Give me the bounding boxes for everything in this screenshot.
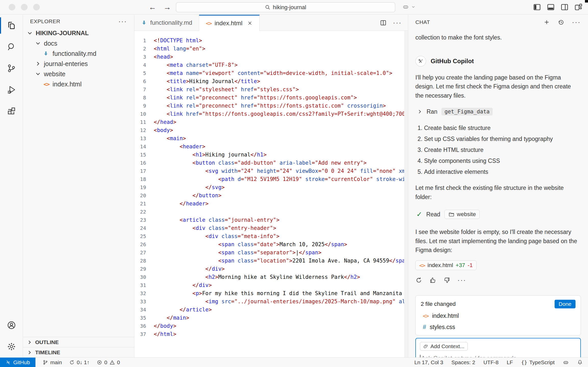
problems-indicator[interactable]: 0 0: [97, 359, 120, 365]
code-line[interactable]: 2<html lang="en">: [134, 45, 408, 53]
code-line[interactable]: 3<head>: [134, 53, 408, 61]
code-line[interactable]: 8 <link rel="preconnect" href="https://f…: [134, 94, 408, 102]
toggle-panel-icon[interactable]: [547, 3, 555, 11]
branch-indicator[interactable]: main: [43, 359, 62, 365]
code-line[interactable]: 27 <span class="separator">|</span>: [134, 248, 408, 257]
sync-indicator[interactable]: 0↓ 1↑: [69, 359, 90, 365]
code-line[interactable]: 4 <meta charset="UTF-8">: [134, 61, 408, 69]
code-line[interactable]: 35 </main>: [134, 314, 408, 322]
cursor-position[interactable]: Ln 17, Col 3: [414, 359, 443, 365]
code-line[interactable]: 26 <span class="date">March 10, 2025</sp…: [134, 240, 408, 248]
close-tab-icon[interactable]: [247, 20, 253, 26]
new-chat-icon[interactable]: [543, 19, 550, 25]
activity-explorer[interactable]: [0, 15, 23, 36]
forward-icon[interactable]: →: [163, 3, 171, 11]
minimize-window-button[interactable]: [21, 4, 28, 10]
code-line[interactable]: 11</head>: [134, 118, 408, 126]
code-line[interactable]: 24 <div class="entry-header">: [134, 224, 408, 232]
tree-item-index-html[interactable]: <>index.html: [23, 79, 134, 89]
done-button[interactable]: Done: [555, 300, 576, 308]
outline-section[interactable]: OUTLINE: [23, 337, 134, 347]
code-line[interactable]: 12<body>: [134, 126, 408, 134]
timeline-section[interactable]: TIMELINE: [23, 347, 134, 357]
toggle-primary-sidebar-icon[interactable]: [533, 3, 541, 11]
changed-file-chip[interactable]: <> index.html +37 -1: [415, 260, 477, 270]
code-line[interactable]: 33 <img src="../journal-enteries/images/…: [134, 297, 408, 306]
zoom-window-button[interactable]: [33, 4, 40, 10]
code-line[interactable]: 10 <link href="https://fonts.googleapis.…: [134, 110, 408, 118]
tab-functionality-md[interactable]: functionality.md: [134, 15, 199, 31]
chat-scroll-area[interactable]: collection to make the font styles. GitH…: [408, 30, 588, 357]
notifications-bell[interactable]: [577, 359, 583, 365]
tool-run-row[interactable]: Ran get_Figma_data: [415, 108, 581, 115]
code-line[interactable]: 16 <button class="add-button" aria-label…: [134, 159, 408, 167]
code-line[interactable]: 17 <svg width="24" height="24" viewBox="…: [134, 167, 408, 175]
tree-item-functionality-md[interactable]: functionality.md: [23, 48, 134, 59]
code-line[interactable]: 19 </svg>: [134, 183, 408, 191]
chat-input-box[interactable]: Add Context... Ask Copilot or type / for…: [415, 338, 581, 357]
settings-button[interactable]: [0, 336, 23, 357]
code-line[interactable]: 22: [134, 208, 408, 216]
activity-source-control[interactable]: [0, 58, 23, 79]
customize-layout-icon[interactable]: [574, 3, 582, 11]
code-line[interactable]: 21 </header>: [134, 200, 408, 208]
code-line[interactable]: 15 <h1>Hiking journal</h1>: [134, 151, 408, 159]
code-line[interactable]: 28 <span class="location">2201 Imola Ave…: [134, 257, 408, 265]
tree-item-journal-enteries[interactable]: journal-enteries: [23, 59, 134, 69]
tab-index-html[interactable]: <> index.html: [199, 15, 260, 31]
feedback-more-icon[interactable]: ···: [457, 276, 466, 284]
add-context-button[interactable]: Add Context...: [420, 342, 468, 351]
code-line[interactable]: 29 </div>: [134, 265, 408, 273]
code-line[interactable]: 14 <header>: [134, 142, 408, 151]
traffic-lights[interactable]: [9, 4, 40, 10]
split-editor-icon[interactable]: [380, 19, 387, 26]
copilot-menu[interactable]: [402, 4, 416, 10]
chat-input-field[interactable]: Ask Copilot or type / for commands: [420, 355, 576, 357]
chat-more-actions-icon[interactable]: ···: [572, 18, 581, 26]
code-line[interactable]: 37</html>: [134, 330, 408, 338]
close-window-button[interactable]: [9, 4, 15, 10]
encoding-indicator[interactable]: UTF-8: [483, 359, 499, 365]
website-folder-chip[interactable]: website: [444, 210, 480, 219]
indentation-indicator[interactable]: Spaces: 2: [451, 359, 475, 365]
tree-item-website[interactable]: website: [23, 69, 134, 79]
activity-extensions[interactable]: [0, 100, 23, 122]
code-line[interactable]: 6 <title>Hiking Journal</title>: [134, 77, 408, 85]
code-line[interactable]: 34 </article>: [134, 306, 408, 314]
code-line[interactable]: 9 <link rel="preconnect" href="https://f…: [134, 102, 408, 110]
tree-item-docs[interactable]: docs: [23, 38, 134, 48]
code-line[interactable]: 7 <link rel="stylesheet" href="styles.cs…: [134, 85, 408, 94]
code-line[interactable]: 23 <article class="journal-entry">: [134, 216, 408, 224]
editor-scrollbar[interactable]: [404, 31, 408, 357]
thumbs-down-icon[interactable]: [443, 277, 450, 284]
language-mode[interactable]: {} TypeScript: [521, 359, 555, 365]
activity-search[interactable]: [0, 36, 23, 58]
editor-more-actions-icon[interactable]: ···: [393, 19, 402, 27]
code-line[interactable]: 20 </button>: [134, 191, 408, 200]
thumbs-up-icon[interactable]: [429, 277, 436, 284]
code-line[interactable]: 25 <div class="meta-info">: [134, 232, 408, 240]
code-line[interactable]: 36</body>: [134, 322, 408, 330]
code-line[interactable]: 30 <h2>Morning hike at Skyline Wildernes…: [134, 273, 408, 281]
chat-history-icon[interactable]: [558, 19, 564, 25]
code-line[interactable]: 13 <main>: [134, 134, 408, 142]
code-editor[interactable]: 1<!DOCTYPE html>2<html lang="en">3<head>…: [134, 31, 408, 357]
code-line[interactable]: 5 <meta name="viewport" content="width=d…: [134, 69, 408, 77]
toggle-secondary-sidebar-icon[interactable]: [560, 3, 569, 11]
code-line[interactable]: 18 <path d="M12 5V19M5 12H19" stroke="cu…: [134, 175, 408, 183]
activity-run-debug[interactable]: [0, 79, 23, 100]
command-center-search[interactable]: hiking-journal: [176, 2, 395, 12]
tree-item-hiking-journal[interactable]: HIKING-JOURNAL: [23, 28, 134, 38]
explorer-more-actions-icon[interactable]: ···: [118, 17, 127, 25]
eol-indicator[interactable]: LF: [507, 359, 513, 365]
code-line[interactable]: 31 </div>: [134, 281, 408, 289]
code-line[interactable]: 1<!DOCTYPE html>: [134, 36, 408, 45]
accounts-button[interactable]: [0, 314, 23, 336]
copilot-status[interactable]: [563, 359, 569, 365]
changed-file-index-html[interactable]: <>index.html: [421, 312, 576, 319]
remote-indicator[interactable]: GitHub: [0, 358, 35, 367]
back-icon[interactable]: ←: [149, 3, 156, 11]
code-line[interactable]: 32 <p>For my hike this morning I did the…: [134, 289, 408, 297]
regenerate-icon[interactable]: [415, 277, 422, 284]
changed-file-styles-css[interactable]: #styles.css: [421, 323, 576, 331]
